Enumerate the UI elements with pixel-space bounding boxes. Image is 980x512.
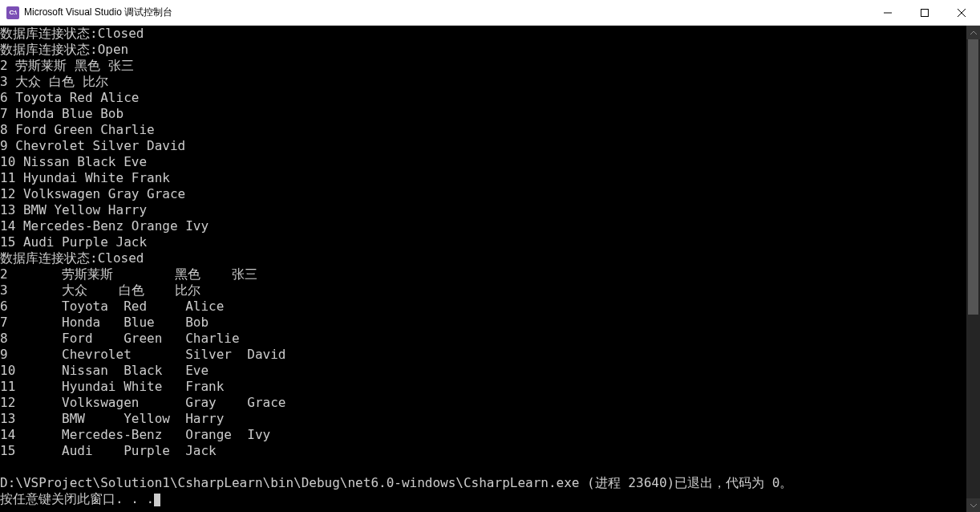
close-icon [958, 9, 966, 17]
window-controls [869, 0, 980, 25]
titlebar: C:\ Microsoft Visual Studio 调试控制台 [0, 0, 980, 26]
maximize-icon [921, 9, 929, 17]
console-area[interactable]: 数据库连接状态:Closed 数据库连接状态:Open 2 劳斯莱斯 黑色 张三… [0, 26, 980, 512]
window-title: Microsoft Visual Studio 调试控制台 [24, 6, 869, 19]
scrollbar-track[interactable] [966, 39, 980, 498]
minimize-button[interactable] [869, 0, 906, 25]
scroll-down-button[interactable] [966, 498, 980, 512]
chevron-up-icon [970, 30, 977, 35]
console-output: 数据库连接状态:Closed 数据库连接状态:Open 2 劳斯莱斯 黑色 张三… [0, 26, 966, 512]
maximize-button[interactable] [906, 0, 943, 25]
svg-rect-1 [921, 9, 929, 16]
minimize-icon [884, 9, 892, 17]
app-icon: C:\ [6, 6, 19, 19]
text-cursor [154, 494, 160, 506]
scrollbar-thumb[interactable] [968, 39, 978, 315]
scroll-up-button[interactable] [966, 26, 980, 39]
close-button[interactable] [943, 0, 980, 25]
chevron-down-icon [970, 503, 977, 508]
vertical-scrollbar[interactable] [966, 26, 980, 512]
